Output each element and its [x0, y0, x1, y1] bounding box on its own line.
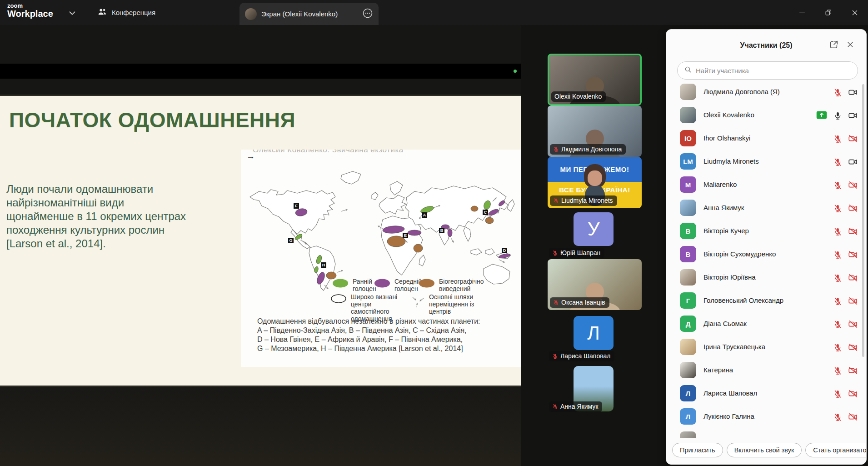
participant-row[interactable]: IOIhor Olshanskyi — [666, 127, 867, 150]
video-tile[interactable]: ЛЛариса Шаповал — [548, 316, 642, 361]
camera-off-icon[interactable] — [847, 389, 859, 399]
participant-row[interactable]: Olexii Kovalenko — [666, 104, 867, 127]
participant-row[interactable] — [666, 428, 867, 438]
mic-muted-icon[interactable] — [832, 87, 843, 97]
legend-label: Біогеографічно виведений — [439, 278, 475, 292]
participant-row[interactable]: Вікторія Юріївна — [666, 266, 867, 289]
participant-avatar: Г — [680, 292, 696, 309]
video-participant-name: Людмила Довгопола — [561, 145, 622, 153]
participant-row[interactable]: ВВікторія Сухомудренко — [666, 243, 867, 266]
slide-title: ПОЧАТОК ОДОМАШНЕННЯ — [9, 108, 295, 132]
map-watermark: Олексии Коваленко. Звичайна екзотика — [253, 150, 404, 155]
mic-muted-icon[interactable] — [832, 250, 843, 260]
camera-off-icon[interactable] — [847, 296, 859, 306]
mic-muted-icon[interactable] — [832, 134, 843, 144]
search-box[interactable] — [677, 61, 858, 80]
tab-screen-share[interactable]: Экран (Olexii Kovalenko) — [239, 3, 379, 25]
close-button[interactable] — [842, 0, 868, 25]
mic-muted-icon[interactable] — [832, 226, 843, 236]
world-map: ABCDEFGH — [244, 161, 519, 293]
participant-name: Катерина — [703, 366, 733, 374]
video-tile[interactable]: Оксана Іванців — [548, 259, 642, 310]
camera-off-icon[interactable] — [847, 226, 859, 236]
close-icon[interactable] — [844, 39, 856, 50]
restore-button[interactable] — [815, 0, 842, 25]
video-tile[interactable]: Анна Якимук — [548, 366, 642, 411]
mic-muted-icon[interactable] — [832, 342, 843, 352]
mic-muted-icon[interactable] — [832, 389, 843, 399]
tab-conference[interactable]: Конференция — [91, 0, 162, 25]
svg-text:C: C — [484, 210, 487, 215]
participant-row[interactable]: MMaliarenko — [666, 173, 867, 196]
participant-row[interactable]: Катерина — [666, 359, 867, 382]
camera-off-icon[interactable] — [847, 203, 859, 213]
mic-on-icon[interactable] — [832, 110, 843, 120]
participant-name: Вікторія Кучер — [703, 227, 749, 235]
mic-muted-icon[interactable] — [832, 203, 843, 213]
participant-row[interactable]: LMLiudmyla Mironets — [666, 150, 867, 173]
minimize-button[interactable] — [789, 0, 815, 25]
participant-row[interactable]: ВВікторія Кучер — [666, 220, 867, 243]
video-name-tag: Людмила Довгопола — [550, 144, 626, 155]
camera-off-icon[interactable] — [847, 273, 859, 283]
mic-muted-icon[interactable] — [832, 319, 843, 329]
chevron-down-icon[interactable] — [67, 8, 77, 18]
camera-off-icon[interactable] — [847, 180, 859, 190]
shared-screen-top-bar — [0, 64, 521, 79]
video-tile[interactable]: УЮрій Шапран — [548, 212, 642, 258]
participant-avatar: M — [680, 176, 696, 193]
participant-avatar — [680, 269, 696, 286]
camera-on-icon[interactable] — [847, 110, 859, 120]
logo-word-workplace: Workplace — [7, 9, 53, 19]
video-tile[interactable]: МИ ПЕРЕМОЖЕМО!ВСЕ БУДЕ УКРАЇНА!Liudmyla … — [548, 157, 642, 208]
title-bar: zoom Workplace Конференция Экран (Olexii… — [0, 0, 868, 25]
participant-avatar — [680, 200, 696, 216]
mic-muted-icon[interactable] — [832, 273, 843, 283]
mic-muted-icon[interactable] — [832, 157, 843, 167]
camera-on-icon[interactable] — [847, 157, 859, 167]
caption-line: A – Південно-Західна Азія, B – Південна … — [257, 326, 480, 335]
camera-off-icon[interactable] — [847, 366, 859, 376]
legend-swatch — [418, 278, 435, 290]
scrollbar-thumb[interactable] — [862, 84, 864, 357]
recording-indicator-dot — [514, 70, 517, 73]
video-name-tag: Анна Якимук — [549, 401, 602, 412]
participant-name: Maliarenko — [703, 180, 737, 188]
camera-on-icon[interactable] — [847, 87, 859, 97]
camera-off-icon[interactable] — [847, 342, 859, 352]
camera-off-icon[interactable] — [847, 250, 859, 260]
participant-row[interactable]: Ірина Трускавецька — [666, 336, 867, 359]
camera-off-icon[interactable] — [847, 134, 859, 144]
popout-icon[interactable] — [828, 39, 840, 50]
map-center-label: G — [288, 238, 294, 243]
participant-row[interactable]: Анна Якимук — [666, 196, 867, 220]
mic-muted-icon[interactable] — [832, 180, 843, 190]
mic-muted-icon[interactable] — [832, 366, 843, 376]
camera-off-icon[interactable] — [847, 319, 859, 329]
search-input[interactable] — [696, 67, 851, 75]
presentation-slide: ПОЧАТОК ОДОМАШНЕННЯ Люди почали одомашню… — [0, 95, 521, 387]
ellipsis-menu-icon[interactable] — [362, 8, 373, 20]
map-caption: Одомашнення відбувалося незалежно в різн… — [257, 317, 480, 353]
video-participant-name: Olexii Kovalenko — [554, 93, 602, 100]
unmute-self-button[interactable]: Включить свой звук — [727, 443, 802, 457]
participant-row[interactable]: ЛЛукієнко Галина — [666, 405, 867, 428]
participant-avatar — [680, 362, 696, 378]
video-tile[interactable]: Людмила Довгопола — [548, 105, 642, 157]
invite-button[interactable]: Пригласить — [672, 443, 723, 457]
avatar — [245, 8, 257, 20]
mic-muted-icon[interactable] — [832, 296, 843, 306]
mic-muted-icon — [553, 198, 559, 204]
participant-row[interactable]: ГГоловенський Олександр — [666, 289, 867, 312]
participant-row[interactable]: ДДіана Сьомак — [666, 312, 867, 336]
video-tile[interactable]: Olexii Kovalenko — [548, 54, 642, 105]
participants-list: Людмила Довгопола (Я)Olexii KovalenkoIOI… — [666, 80, 867, 438]
camera-off-icon[interactable] — [847, 412, 859, 422]
mic-muted-icon[interactable] — [832, 412, 843, 422]
participant-row[interactable]: Людмила Довгопола (Я) — [666, 80, 867, 104]
divider — [666, 438, 867, 438]
video-name-tag: Liudmyla Mironets — [550, 195, 617, 206]
participant-row[interactable]: ЛЛариса Шаповал — [666, 382, 867, 405]
mic-muted-icon — [552, 250, 558, 256]
claim-host-button[interactable]: Стать организатором — [805, 443, 867, 457]
